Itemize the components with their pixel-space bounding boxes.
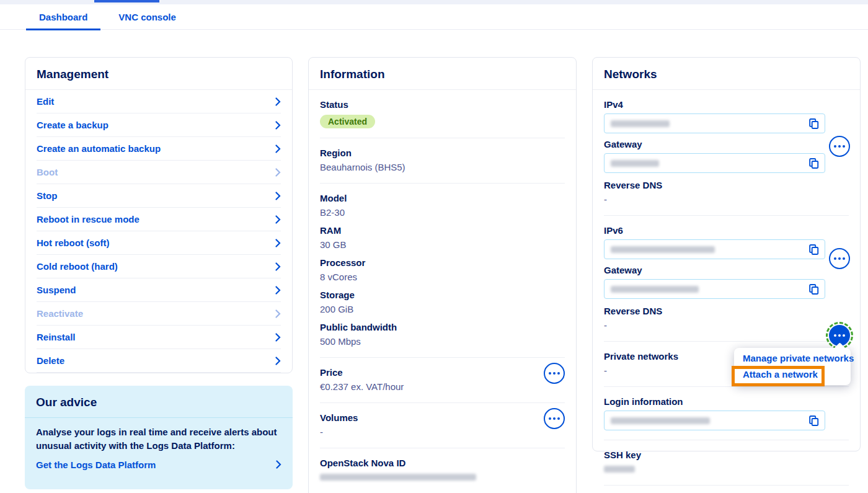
management-action-reboot-rescue-mode[interactable]: Reboot in rescue mode	[37, 208, 281, 231]
model-label: Model	[320, 192, 565, 205]
model-group: Model B2-30 RAM 30 GB Processor 8 vCores…	[320, 184, 565, 358]
chevron-right-icon	[275, 121, 281, 130]
management-action-edit[interactable]: Edit	[37, 90, 281, 113]
management-action-cold-reboot[interactable]: Cold reboot (hard)	[37, 255, 281, 278]
menu-item-manage-private-networks[interactable]: Manage private networks	[734, 350, 851, 366]
ipv6-gateway-input[interactable]	[604, 279, 825, 299]
volumes-menu-button[interactable]	[544, 408, 565, 429]
ipv4-group: IPv4 Gateway Reverse DNS -	[604, 90, 849, 216]
information-card-title: Information	[309, 58, 576, 90]
volumes-group: Volumes -	[320, 403, 565, 448]
status-group: Status Activated	[320, 90, 565, 138]
ipv6-input[interactable]	[604, 239, 825, 259]
ipv6-group: IPv6 Gateway Reverse DNS -	[604, 216, 849, 342]
action-label: Reboot in rescue mode	[37, 214, 140, 224]
tab-dashboard[interactable]: Dashboard	[26, 4, 100, 29]
action-label: Reactivate	[37, 308, 83, 319]
ipv6-copy-button[interactable]	[808, 244, 820, 255]
ipv4-input[interactable]	[604, 113, 825, 133]
our-advice-card: Our advice Analyse your logs in real tim…	[25, 386, 293, 489]
ipv6-label: IPv6	[604, 224, 849, 237]
ellipsis-icon	[549, 417, 560, 420]
action-label: Hot reboot (soft)	[37, 238, 109, 248]
login-information-group: Login information	[604, 387, 849, 440]
copy-icon	[808, 244, 820, 255]
price-value: €0.237 ex. VAT/hour	[320, 381, 565, 393]
status-label: Status	[320, 99, 565, 111]
management-action-reinstall[interactable]: Reinstall	[37, 326, 281, 349]
ipv4-copy-button[interactable]	[808, 118, 820, 130]
information-card: Information Status Activated Region Beau…	[308, 57, 577, 493]
management-card-title: Management	[25, 58, 292, 90]
ellipsis-icon	[834, 257, 845, 260]
login-information-input[interactable]	[604, 411, 825, 430]
ipv4-gateway-input[interactable]	[604, 153, 825, 173]
management-actions-list: Edit Create a backup Create an automatic…	[37, 90, 281, 373]
ram-label: RAM	[320, 224, 565, 237]
chevron-right-icon	[275, 286, 281, 295]
networks-card-title: Networks	[593, 58, 860, 90]
copy-icon	[808, 158, 820, 169]
copy-icon	[808, 118, 820, 130]
our-advice-text: Analyse your logs in real time and recei…	[36, 425, 281, 453]
price-menu-button[interactable]	[544, 363, 565, 384]
ellipsis-icon	[834, 145, 845, 148]
our-advice-title: Our advice	[25, 386, 293, 418]
processor-label: Processor	[320, 257, 565, 269]
action-label: Cold reboot (hard)	[37, 261, 118, 272]
ipv6-gateway-menu-button[interactable]	[829, 248, 850, 269]
chevron-right-icon	[275, 168, 281, 177]
menu-item-attach-a-network[interactable]: Attach a network	[734, 366, 851, 383]
redacted-value	[320, 474, 476, 481]
chevron-right-icon	[275, 144, 281, 153]
volumes-value: -	[320, 426, 565, 438]
storage-value: 200 GiB	[320, 303, 565, 316]
management-action-suspend[interactable]: Suspend	[37, 278, 281, 302]
management-action-delete[interactable]: Delete	[37, 349, 281, 373]
price-label: Price	[320, 366, 565, 379]
private-networks-menu-popup: Manage private networks Attach a network	[734, 348, 851, 385]
redacted-value	[611, 160, 659, 167]
chevron-right-icon	[275, 357, 281, 365]
chevron-right-icon	[275, 97, 281, 106]
ipv6-gateway-copy-button[interactable]	[808, 283, 820, 295]
chevron-right-icon	[275, 192, 281, 200]
ram-value: 30 GB	[320, 239, 565, 251]
login-information-copy-button[interactable]	[808, 415, 820, 427]
management-action-create-backup[interactable]: Create a backup	[37, 113, 281, 137]
reverse-dns-v4-label: Reverse DNS	[604, 179, 849, 192]
chevron-right-icon	[276, 460, 281, 469]
management-action-stop[interactable]: Stop	[37, 184, 281, 208]
logs-data-platform-link[interactable]: Get the Logs Data Platform	[36, 460, 281, 470]
redacted-value	[611, 286, 699, 293]
chevron-right-icon	[275, 262, 281, 271]
management-card: Management Edit Create a backup Create a…	[25, 57, 293, 373]
ellipsis-icon	[834, 334, 845, 337]
openstack-nova-id-label: OpenStack Nova ID	[320, 457, 565, 469]
action-label: Reinstall	[37, 332, 76, 342]
chevron-right-icon	[275, 333, 281, 342]
management-action-create-automatic-backup[interactable]: Create an automatic backup	[37, 137, 281, 161]
chevron-right-icon	[275, 215, 281, 224]
ellipsis-icon	[549, 372, 560, 375]
ssh-key-label: SSH key	[604, 449, 849, 461]
tab-dashboard-label: Dashboard	[39, 12, 87, 22]
tab-vnc-console-label: VNC console	[118, 12, 176, 22]
reverse-dns-v6-value: -	[604, 319, 849, 332]
management-action-hot-reboot[interactable]: Hot reboot (soft)	[37, 231, 281, 255]
redacted-value	[611, 246, 715, 253]
chevron-right-icon	[275, 309, 281, 318]
reverse-dns-v6-label: Reverse DNS	[604, 305, 849, 318]
management-action-boot: Boot	[37, 161, 281, 184]
tab-bar: Dashboard VNC console	[0, 4, 868, 30]
action-label: Suspend	[37, 285, 76, 295]
reverse-dns-v4-value: -	[604, 193, 849, 206]
ssh-key-group: SSH key	[604, 440, 849, 486]
tab-vnc-console[interactable]: VNC console	[105, 4, 189, 29]
action-label: Edit	[37, 96, 54, 107]
ipv4-label: IPv4	[604, 99, 849, 111]
region-value: Beauharnois (BHS5)	[320, 161, 565, 174]
ipv4-gateway-copy-button[interactable]	[808, 158, 820, 169]
action-label: Stop	[37, 190, 57, 201]
ipv4-gateway-menu-button[interactable]	[829, 136, 850, 157]
